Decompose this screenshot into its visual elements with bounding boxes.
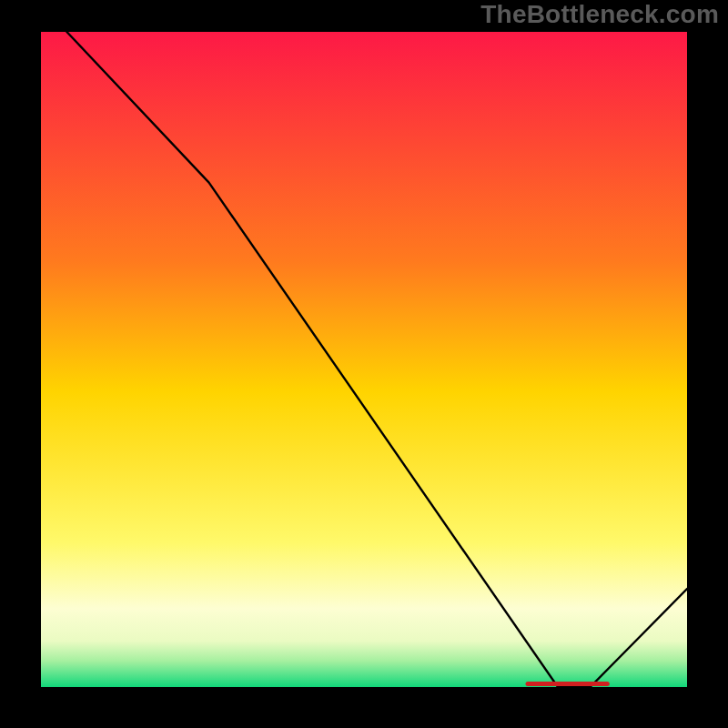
gradient-background bbox=[41, 32, 687, 687]
chart-svg bbox=[41, 32, 687, 687]
bottom-optimal-marker bbox=[526, 682, 610, 686]
chart-frame: TheBottleneck.com bbox=[0, 0, 728, 728]
watermark-text: TheBottleneck.com bbox=[480, 0, 719, 29]
plot-area bbox=[41, 32, 687, 687]
